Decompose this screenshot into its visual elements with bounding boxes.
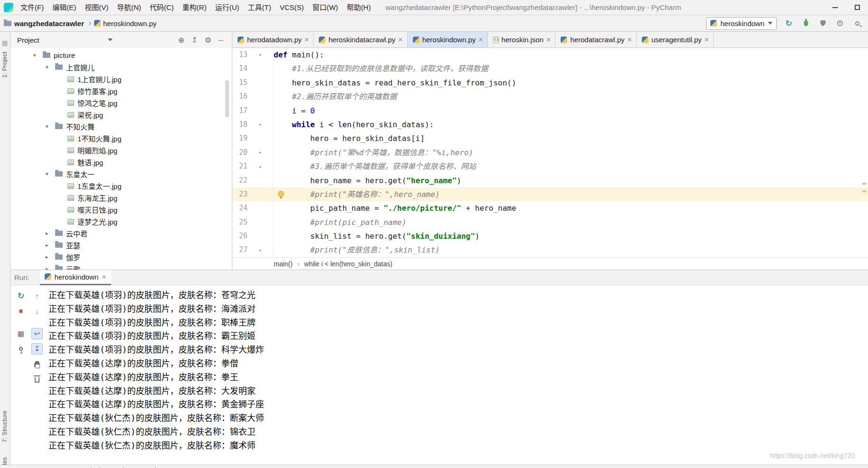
- line-number[interactable]: 21: [232, 159, 248, 173]
- editor-tab[interactable]: heroskindatacrawl.py: [314, 32, 407, 47]
- fold-marker-icon[interactable]: ▾: [248, 48, 273, 62]
- menu-item[interactable]: 窗口(W): [308, 0, 342, 15]
- clear-all-button[interactable]: [31, 374, 43, 385]
- editor-tab[interactable]: heroskindown.py: [408, 32, 488, 47]
- line-number[interactable]: 26: [232, 229, 248, 243]
- line-number[interactable]: 19: [232, 131, 248, 145]
- minimize-button[interactable]: [824, 0, 846, 15]
- rerun-button[interactable]: [15, 290, 27, 301]
- menu-item[interactable]: 文件(F): [16, 0, 48, 15]
- project-panel-title[interactable]: Project: [17, 36, 39, 44]
- tree-item[interactable]: 1东皇太一.jpg: [10, 180, 232, 192]
- menu-item[interactable]: 导航(N): [113, 0, 145, 15]
- scroll-to-end-toggle[interactable]: [31, 343, 43, 355]
- chevron-right-icon[interactable]: ▸: [46, 266, 55, 270]
- tree-item[interactable]: ▸伽罗: [10, 251, 232, 263]
- code-line[interactable]: 21▴ #3.遍历单个英雄数据，获得单个皮肤名称、网站: [232, 159, 868, 173]
- menu-item[interactable]: 重构(R): [178, 0, 211, 15]
- line-number[interactable]: 18: [232, 118, 248, 131]
- breadcrumb-item[interactable]: main(): [273, 260, 294, 268]
- up-stacktrace-button[interactable]: [31, 290, 43, 301]
- line-number[interactable]: 13: [232, 48, 248, 62]
- intention-bulb-icon[interactable]: [278, 191, 284, 197]
- line-number[interactable]: 24: [232, 201, 248, 215]
- print-button[interactable]: [31, 358, 43, 370]
- menu-item[interactable]: 工具(T): [243, 0, 275, 15]
- chevron-down-icon[interactable]: ▾: [46, 64, 55, 70]
- tree-item[interactable]: 噬灭日蚀.jpg: [10, 204, 232, 215]
- tree-item[interactable]: ▾东皇太一: [10, 168, 232, 180]
- chevron-down-icon[interactable]: ▾: [46, 123, 55, 130]
- tree-item[interactable]: 修竹墨客.jpg: [10, 85, 232, 97]
- editor-tab[interactable]: useragentutil.py: [637, 32, 714, 47]
- maximize-button[interactable]: [846, 0, 868, 15]
- close-tab-icon[interactable]: [546, 36, 551, 44]
- chevron-down-icon[interactable]: [108, 38, 113, 41]
- run-config-selector[interactable]: heroskindown: [706, 17, 777, 30]
- coverage-button[interactable]: [818, 18, 828, 28]
- code-line[interactable]: 26 skin_list = hero.get("skin_duixiang"): [232, 229, 868, 243]
- chevron-down-icon[interactable]: ▾: [46, 171, 55, 177]
- code-line[interactable]: 13▾def main():: [232, 48, 868, 62]
- profiler-button[interactable]: [835, 18, 845, 28]
- tree-item[interactable]: ▾上官婉儿: [10, 61, 232, 73]
- code-line[interactable]: 15 hero_skin_datas = read_hero_skin_file…: [232, 76, 868, 90]
- line-number[interactable]: 15: [232, 76, 248, 90]
- editor-tab[interactable]: herodatacrawl.py: [555, 32, 637, 47]
- gear-icon[interactable]: [205, 36, 211, 45]
- tree-item[interactable]: 惊鸿之笔.jpg: [10, 97, 232, 109]
- toolwindow-button[interactable]: 4: Run: [5, 465, 24, 468]
- tree-item[interactable]: 魅语.jpg: [10, 156, 232, 168]
- code-line[interactable]: 24 pic_path_name = "./hero/picture/" + h…: [232, 201, 868, 215]
- close-tab-icon[interactable]: [705, 36, 709, 44]
- line-number[interactable]: 16: [232, 90, 248, 103]
- chevron-down-icon[interactable]: ▾: [33, 52, 43, 58]
- stripe-structure-button[interactable]: 7: Structure: [1, 411, 8, 442]
- breadcrumb-project[interactable]: wangzhedatacrawler: [14, 19, 84, 28]
- chevron-right-icon[interactable]: ▸: [46, 242, 55, 248]
- code-line[interactable]: 25 #print(pic_path_name): [232, 215, 868, 229]
- tree-item[interactable]: 东海龙王.jpg: [10, 192, 232, 204]
- soft-wrap-toggle[interactable]: [31, 328, 43, 339]
- close-tab-icon[interactable]: [478, 36, 483, 44]
- chevron-right-icon[interactable]: ▸: [46, 254, 55, 260]
- code-line[interactable]: 22 hero_name = hero.get("hero_name"): [232, 174, 868, 187]
- close-tab-icon[interactable]: [305, 36, 309, 44]
- menu-item[interactable]: 帮助(H): [343, 0, 375, 15]
- code-line[interactable]: 16 #2.遍历并获取单个的英雄数据: [232, 90, 868, 103]
- code-line[interactable]: 19 hero = hero_skin_datas[i]: [232, 131, 868, 145]
- menu-item[interactable]: 视图(V): [80, 0, 113, 15]
- breadcrumb-item[interactable]: while i < len(hero_skin_datas): [303, 260, 393, 268]
- close-tab-icon[interactable]: [628, 36, 632, 44]
- pin-tab-button[interactable]: [15, 343, 27, 355]
- scrollbar-thumb[interactable]: [225, 80, 229, 117]
- tree-item[interactable]: ▾不知火舞: [10, 121, 232, 132]
- stop-button[interactable]: [15, 305, 27, 317]
- down-stacktrace-button[interactable]: [31, 305, 43, 317]
- line-number[interactable]: 17: [232, 104, 248, 118]
- tree-item[interactable]: 梁祝.jpg: [10, 109, 232, 121]
- menu-item[interactable]: VCS(S): [276, 0, 308, 15]
- close-tab-icon[interactable]: [398, 36, 402, 44]
- console-output[interactable]: 正在下载英雄(项羽)的皮肤图片，皮肤名称：苍穹之光正在下载英雄(项羽)的皮肤图片…: [10, 285, 868, 453]
- tree-item[interactable]: 1上官婉儿.jpg: [10, 73, 232, 85]
- code-line[interactable]: 17 i = 0: [232, 104, 868, 118]
- fold-marker-icon[interactable]: ▴: [248, 159, 273, 173]
- fold-marker-icon[interactable]: ▴: [248, 243, 273, 257]
- code-line[interactable]: 14 #1.从已经获取到的皮肤信息数据中，读取文件，获得数据: [232, 62, 868, 75]
- tree-item[interactable]: ▸云中君: [10, 227, 232, 239]
- tree-item[interactable]: 1不知火舞.jpg: [10, 132, 232, 144]
- code-line[interactable]: 23 #print("英雄名称：",hero_name): [232, 187, 868, 201]
- search-everywhere-button[interactable]: [852, 18, 862, 28]
- editor-tab[interactable]: herodatadown.py: [232, 32, 314, 47]
- code-editor[interactable]: 13▾def main():14 #1.从已经获取到的皮肤信息数据中，读取文件，…: [232, 48, 868, 257]
- fold-marker-icon[interactable]: ▾: [248, 146, 273, 159]
- code-line[interactable]: 18▾ while i < len(hero_skin_datas):: [232, 118, 868, 131]
- line-number[interactable]: 22: [232, 174, 248, 187]
- rerun-button[interactable]: [783, 18, 794, 28]
- collapse-all-icon[interactable]: [191, 36, 198, 44]
- tree-item[interactable]: 逐梦之光.jpg: [10, 215, 232, 227]
- line-number[interactable]: 14: [232, 62, 248, 75]
- line-number[interactable]: 20: [232, 146, 248, 159]
- tree-item[interactable]: ▸亚瑟: [10, 239, 232, 251]
